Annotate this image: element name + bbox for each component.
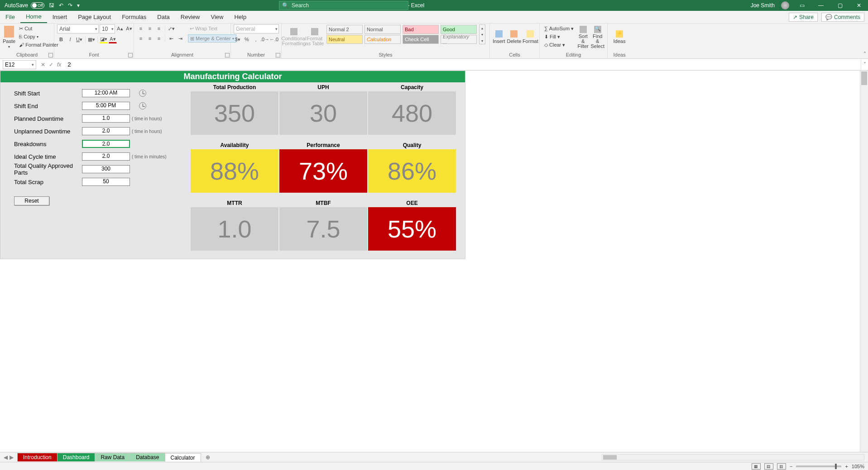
fill-button[interactable]: ⬇Fill▾ bbox=[542, 33, 575, 41]
insert-cells-button[interactable]: Insert bbox=[493, 24, 505, 50]
horizontal-scrollbar[interactable] bbox=[602, 454, 864, 461]
decrease-indent-icon[interactable]: ⇤ bbox=[167, 34, 175, 43]
style-good[interactable]: Good bbox=[441, 25, 477, 34]
decrease-font-icon[interactable]: A▾ bbox=[125, 24, 133, 33]
delete-cells-button[interactable]: Delete bbox=[507, 24, 522, 50]
scroll-up-icon[interactable]: ▴ bbox=[481, 26, 483, 30]
increase-decimal-icon[interactable]: .0→ bbox=[261, 35, 269, 43]
styles-gallery-scroller[interactable]: ▴ ▾ ▾ bbox=[479, 24, 485, 44]
search-box[interactable]: 🔍 Search bbox=[279, 1, 408, 10]
scroll-thumb[interactable] bbox=[603, 455, 617, 460]
style-normal[interactable]: Normal bbox=[364, 25, 401, 34]
redo-icon[interactable]: ↷ bbox=[68, 2, 72, 9]
tab-review[interactable]: Review bbox=[175, 11, 206, 23]
paste-button[interactable]: Paste▾ bbox=[3, 24, 15, 50]
zoom-in-icon[interactable]: + bbox=[845, 464, 848, 469]
decrease-decimal-icon[interactable]: ←.0 bbox=[270, 35, 278, 43]
comma-icon[interactable]: , bbox=[252, 35, 260, 43]
font-dialog-icon[interactable] bbox=[128, 53, 133, 57]
input-total-scrap[interactable]: 50 bbox=[82, 178, 130, 186]
format-cells-button[interactable]: Format bbox=[523, 24, 537, 50]
italic-button[interactable]: I bbox=[66, 35, 74, 43]
style-calculation[interactable]: Calculation bbox=[364, 35, 401, 44]
zoom-out-icon[interactable]: − bbox=[790, 464, 792, 469]
minimize-icon[interactable]: — bbox=[815, 2, 827, 9]
input-approved-parts[interactable]: 300 bbox=[82, 165, 130, 173]
tab-page-layout[interactable]: Page Layout bbox=[72, 11, 116, 23]
font-color-button[interactable]: A▾ bbox=[109, 35, 117, 43]
style-check-cell[interactable]: Check Cell bbox=[403, 35, 439, 44]
format-as-table-button[interactable]: Format as Table bbox=[305, 24, 324, 50]
conditional-formatting-button[interactable]: Conditional Formatting bbox=[284, 24, 303, 50]
align-bottom-icon[interactable]: ≡ bbox=[155, 24, 163, 33]
undo-icon[interactable]: ↶ bbox=[59, 2, 63, 9]
clipboard-dialog-icon[interactable] bbox=[48, 53, 53, 57]
format-painter-button[interactable]: 🖌Format Painter bbox=[17, 41, 60, 49]
worksheet-area[interactable]: Manufacturing Calculator Shift Start12:0… bbox=[0, 71, 860, 452]
tab-file[interactable]: File bbox=[0, 11, 20, 23]
tab-insert[interactable]: Insert bbox=[47, 11, 73, 23]
add-sheet-icon[interactable]: ⊕ bbox=[203, 454, 212, 461]
clock-icon[interactable] bbox=[139, 90, 146, 97]
clock-icon[interactable] bbox=[139, 102, 146, 109]
name-box[interactable]: E12▾ bbox=[3, 60, 36, 69]
sort-filter-button[interactable]: Sort & Filter bbox=[577, 24, 589, 50]
sheet-tab-introduction[interactable]: Introduction bbox=[17, 453, 58, 461]
copy-button[interactable]: ⎘Copy▾ bbox=[17, 33, 60, 41]
align-middle-icon[interactable]: ≡ bbox=[146, 24, 154, 33]
wrap-text-button[interactable]: ↩Wrap Text bbox=[188, 24, 236, 33]
merge-center-button[interactable]: ⊞Merge & Center▾ bbox=[188, 34, 236, 43]
font-size-combo[interactable]: 10▾ bbox=[100, 24, 115, 33]
enter-formula-icon[interactable]: ✓ bbox=[49, 62, 53, 68]
accounting-icon[interactable]: $▾ bbox=[234, 35, 242, 43]
input-breakdowns[interactable]: 2.0 bbox=[82, 140, 130, 148]
autosum-button[interactable]: ∑AutoSum▾ bbox=[542, 24, 575, 33]
tab-scroll-right-icon[interactable]: ▶ bbox=[10, 454, 14, 461]
scroll-down-icon[interactable]: ▾ bbox=[481, 33, 483, 37]
sheet-tab-database[interactable]: Database bbox=[130, 453, 165, 461]
tab-help[interactable]: Help bbox=[229, 11, 252, 23]
normal-view-icon[interactable]: ▦ bbox=[752, 463, 761, 470]
zoom-level[interactable]: 105% bbox=[852, 464, 864, 469]
style-normal2[interactable]: Normal 2 bbox=[326, 25, 363, 34]
input-planned-downtime[interactable]: 1.0 bbox=[82, 114, 130, 123]
font-name-combo[interactable]: Arial▾ bbox=[57, 24, 99, 33]
style-bad[interactable]: Bad bbox=[403, 25, 439, 34]
sheet-tab-raw-data[interactable]: Raw Data bbox=[95, 453, 130, 461]
expand-formula-bar-icon[interactable]: ˅ bbox=[861, 59, 868, 70]
fx-icon[interactable]: fx bbox=[57, 62, 61, 68]
tab-view[interactable]: View bbox=[205, 11, 229, 23]
align-center-icon[interactable]: ≡ bbox=[146, 34, 154, 43]
percent-icon[interactable]: % bbox=[243, 35, 251, 43]
user-name[interactable]: Joe Smith bbox=[751, 2, 775, 9]
alignment-dialog-icon[interactable] bbox=[225, 53, 230, 57]
align-left-icon[interactable]: ≡ bbox=[137, 34, 145, 43]
maximize-icon[interactable]: ▢ bbox=[834, 2, 846, 9]
style-explanatory[interactable]: Explanatory ... bbox=[441, 35, 477, 44]
align-right-icon[interactable]: ≡ bbox=[155, 34, 163, 43]
scroll-thumb[interactable] bbox=[861, 71, 867, 85]
borders-button[interactable]: ▦▾ bbox=[87, 35, 96, 43]
input-shift-start[interactable]: 12:00 AM bbox=[82, 89, 130, 97]
share-button[interactable]: ↗Share bbox=[789, 13, 818, 22]
save-icon[interactable]: 🖫 bbox=[49, 2, 54, 9]
bold-button[interactable]: B bbox=[57, 35, 65, 43]
clear-button[interactable]: ◇Clear▾ bbox=[542, 41, 575, 49]
input-unplanned-downtime[interactable]: 2.0 bbox=[82, 127, 130, 135]
number-dialog-icon[interactable] bbox=[276, 53, 280, 57]
tab-scroll-left-icon[interactable]: ◀ bbox=[4, 454, 8, 461]
ribbon-display-icon[interactable]: ▭ bbox=[796, 2, 808, 9]
tab-home[interactable]: Home bbox=[20, 11, 47, 23]
page-layout-view-icon[interactable]: ▤ bbox=[764, 463, 773, 470]
cut-button[interactable]: ✂Cut bbox=[17, 24, 60, 33]
tab-formulas[interactable]: Formulas bbox=[116, 11, 152, 23]
vertical-scrollbar[interactable] bbox=[860, 71, 868, 452]
comments-button[interactable]: 💬Comments bbox=[821, 13, 864, 22]
reset-button[interactable]: Reset bbox=[14, 196, 49, 205]
expand-gallery-icon[interactable]: ▾ bbox=[481, 39, 483, 43]
close-icon[interactable]: ✕ bbox=[853, 2, 865, 9]
input-shift-end[interactable]: 5:00 PM bbox=[82, 102, 130, 110]
collapse-ribbon-icon[interactable]: ˄ bbox=[863, 51, 866, 57]
find-select-button[interactable]: 🔍Find & Select bbox=[590, 24, 604, 50]
increase-indent-icon[interactable]: ⇥ bbox=[176, 34, 184, 43]
